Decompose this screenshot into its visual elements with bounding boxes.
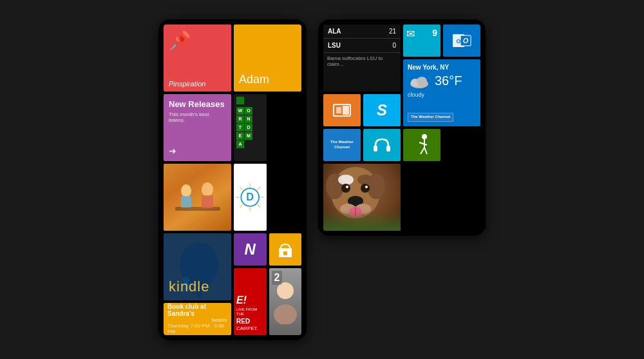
adam-tile[interactable]: Adam bbox=[234, 24, 301, 92]
svg-point-2 bbox=[181, 184, 191, 197]
svg-rect-33 bbox=[343, 106, 349, 115]
calendar-event: Book club at Sandra's bbox=[167, 303, 227, 317]
svg-point-45 bbox=[357, 175, 373, 185]
svg-text:O: O bbox=[456, 38, 460, 44]
svg-point-36 bbox=[422, 134, 427, 139]
svg-point-49 bbox=[365, 186, 368, 188]
weather-temp: 36°F bbox=[435, 73, 462, 88]
person-svg bbox=[269, 279, 301, 324]
dog-tile[interactable] bbox=[323, 164, 401, 231]
headphones-icon bbox=[373, 137, 391, 153]
photo-children bbox=[164, 164, 231, 231]
svg-rect-32 bbox=[336, 107, 341, 113]
svg-line-13 bbox=[240, 204, 242, 207]
svg-line-40 bbox=[424, 148, 427, 154]
photo-tile[interactable] bbox=[164, 164, 231, 231]
e-logo: E! bbox=[236, 295, 247, 306]
weather-tile[interactable]: New York, NY 36°F cloudy The Weather Cha… bbox=[403, 59, 480, 126]
pin-tile[interactable]: 📌 Pinspiration bbox=[164, 24, 231, 92]
live-line2: RED bbox=[236, 317, 264, 325]
children-svg bbox=[172, 171, 223, 223]
onenote-tile[interactable]: N bbox=[234, 233, 267, 266]
xbox-logo bbox=[236, 97, 244, 104]
xbox-tile[interactable]: W O R N T D E M A bbox=[234, 94, 267, 161]
svg-line-11 bbox=[258, 204, 260, 207]
new-releases-tile[interactable]: New Releases This month's best listens. … bbox=[164, 94, 231, 161]
svg-point-44 bbox=[338, 175, 354, 185]
calendar-tile[interactable]: Book club at Sandra's Seattle Thursday 7… bbox=[164, 303, 231, 335]
svg-rect-3 bbox=[181, 196, 191, 208]
kindle-tile[interactable]: kindle bbox=[164, 233, 231, 300]
dog-face-bg bbox=[323, 164, 401, 231]
ala-score: 21 bbox=[389, 28, 396, 35]
svg-point-30 bbox=[417, 77, 427, 86]
calendar-location: Seattle bbox=[211, 317, 227, 323]
outlook-tile[interactable]: O O bbox=[443, 24, 480, 57]
store-tile[interactable] bbox=[269, 233, 302, 266]
ala-team: ALA bbox=[328, 28, 341, 35]
svg-point-23 bbox=[274, 304, 297, 324]
weather-desc: cloudy bbox=[408, 92, 424, 98]
phone-2: ALA 21 LSU 0 Bama suffocates LSU to clai… bbox=[318, 19, 486, 236]
svg-rect-0 bbox=[172, 171, 223, 223]
grass-bg bbox=[323, 210, 401, 230]
sports-tile[interactable]: ALA 21 LSU 0 Bama suffocates LSU to clai… bbox=[323, 24, 401, 92]
lsu-score: 0 bbox=[392, 42, 396, 49]
pin-label: Pinspiration bbox=[169, 80, 205, 88]
dog-face bbox=[323, 164, 401, 231]
number-badge-2: 2 bbox=[272, 271, 283, 285]
live-line3: CARPET. bbox=[236, 325, 264, 332]
phones-container: 📌 Pinspiration Adam New Releases This mo… bbox=[152, 13, 492, 347]
golf-icon bbox=[413, 133, 431, 157]
store-icon bbox=[276, 240, 294, 258]
svg-text:O: O bbox=[463, 37, 469, 44]
mail-count: 9 bbox=[432, 28, 437, 38]
phone-1-screen: 📌 Pinspiration Adam New Releases This mo… bbox=[164, 24, 301, 335]
adam-name: Adam bbox=[239, 73, 269, 86]
onenote-icon: N bbox=[245, 240, 256, 258]
sports-ticker: Bama suffocates LSU to claim... bbox=[323, 53, 401, 70]
svg-point-4 bbox=[202, 182, 213, 197]
svg-line-38 bbox=[419, 142, 427, 145]
photos2-icon bbox=[332, 102, 352, 119]
svg-line-39 bbox=[421, 148, 424, 154]
entertainment-tile[interactable]: E! LIVE FROM THE RED CARPET. bbox=[234, 268, 267, 335]
mail-tile[interactable]: ✉ 9 bbox=[403, 24, 440, 57]
weather-icon-row: 36°F bbox=[408, 73, 462, 89]
xbox-letters: W O R N T D E M A bbox=[236, 107, 252, 148]
new-releases-arrow: ➜ bbox=[169, 146, 176, 156]
pin-icon: 📌 bbox=[169, 30, 191, 51]
svg-rect-35 bbox=[386, 146, 390, 151]
new-releases-title: New Releases bbox=[169, 99, 225, 110]
svg-rect-5 bbox=[202, 195, 213, 208]
photos2-tile[interactable] bbox=[323, 94, 361, 126]
golf-tile[interactable] bbox=[403, 129, 440, 161]
sun-d-tile[interactable]: D bbox=[234, 164, 267, 231]
weather-channel-badge: The Weather Channel bbox=[408, 113, 453, 122]
svg-line-12 bbox=[258, 187, 260, 189]
kindle-label: kindle bbox=[169, 278, 209, 295]
lsu-row: LSU 0 bbox=[323, 39, 401, 53]
svg-text:D: D bbox=[246, 191, 254, 202]
ala-row: ALA 21 bbox=[323, 24, 401, 39]
phone-2-screen: ALA 21 LSU 0 Bama suffocates LSU to clai… bbox=[323, 24, 480, 231]
headphones-tile[interactable] bbox=[363, 129, 401, 161]
svg-rect-34 bbox=[374, 146, 377, 151]
person-tile[interactable]: 2 bbox=[269, 268, 302, 335]
weather-channel-tile[interactable]: The Weather Channel bbox=[323, 129, 361, 161]
lsu-team: LSU bbox=[328, 42, 341, 49]
live-from: LIVE FROM THE RED CARPET. bbox=[236, 307, 264, 333]
weather-city: New York, NY bbox=[408, 64, 449, 71]
svg-line-10 bbox=[240, 187, 242, 189]
svg-rect-21 bbox=[283, 251, 287, 255]
cloud-icon bbox=[408, 73, 431, 89]
svg-point-48 bbox=[346, 186, 348, 188]
calendar-time: Thursday 7:00 PM - 9:00 PM bbox=[167, 323, 227, 335]
outlook-icon: O O bbox=[451, 30, 472, 51]
skype-tile[interactable]: S bbox=[363, 94, 401, 126]
new-releases-subtitle: This month's best listens. bbox=[169, 112, 226, 123]
twc-label: The Weather Channel bbox=[325, 140, 359, 150]
weather-channel-text: The Weather Channel bbox=[411, 115, 450, 120]
mail-icon: ✉ bbox=[406, 28, 415, 40]
live-line1: LIVE FROM THE bbox=[236, 307, 264, 318]
